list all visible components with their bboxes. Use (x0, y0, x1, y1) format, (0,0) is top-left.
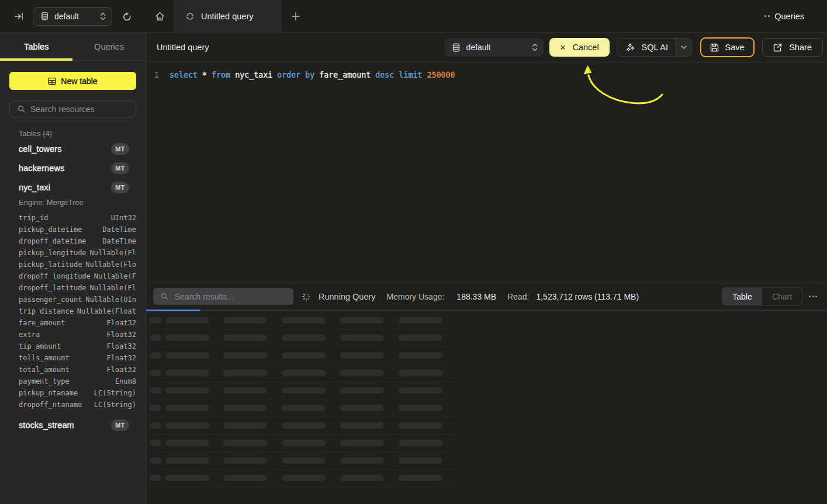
column-type: Nullable(Fl (90, 249, 136, 257)
skeleton-cell (282, 335, 326, 341)
queries-link[interactable]: Queries (774, 12, 804, 21)
new-table-button[interactable]: New table (9, 72, 136, 90)
home-button[interactable] (146, 0, 174, 33)
sql-ai-button[interactable]: SQL AI (617, 38, 692, 57)
skeleton-cell (399, 475, 442, 481)
dot (812, 296, 814, 297)
results-search-input[interactable]: Search results... (153, 288, 293, 305)
results-toolbar: Search results... Running Query Memory U… (146, 283, 827, 310)
new-table-label: New table (61, 77, 97, 86)
save-button[interactable]: Save (700, 37, 755, 57)
sidebar-tab-tables[interactable]: Tables (0, 33, 73, 60)
header-database-selector[interactable]: default (445, 38, 544, 57)
skeleton-cell (282, 317, 326, 324)
skeleton-cell (399, 370, 442, 376)
cancel-label: Cancel (572, 43, 598, 52)
column-name: extra (19, 331, 40, 339)
column-type: Nullable(UIn (85, 296, 136, 304)
table-row[interactable]: stocks_streamMT (19, 419, 129, 431)
skeleton-cell (150, 457, 161, 464)
view-toggle-chart[interactable]: Chart (762, 288, 802, 305)
editor-scroll-gutter (819, 62, 819, 283)
skeleton-row (146, 435, 827, 452)
skeleton-cell (165, 317, 209, 324)
column-name: dropoff_latitude (19, 284, 86, 292)
view-toggle-table[interactable]: Table (722, 288, 762, 305)
skeleton-cell (223, 387, 267, 394)
table-row[interactable]: cell_towersMT (19, 143, 129, 155)
more-options-button[interactable] (809, 296, 817, 297)
skeleton-cell (223, 440, 267, 446)
sql-token-plain (207, 71, 212, 79)
topbar-database-value: default (54, 12, 100, 21)
skeleton-cell (223, 370, 267, 376)
mergetree-badge: MT (111, 419, 129, 431)
column-row: pickup_longitudeNullable(Fl (19, 247, 136, 259)
skeleton-cell (150, 440, 161, 446)
column-row: fare_amountFloat32 (19, 317, 136, 329)
plus-icon (292, 12, 300, 20)
skeleton-cell (165, 387, 209, 394)
icon-shape (453, 44, 459, 49)
skeleton-cell (150, 352, 161, 359)
icon-shape (42, 12, 47, 15)
loading-skeleton (146, 312, 827, 504)
sql-code: select * from nyc_taxi order by fare_amo… (169, 71, 455, 79)
sql-token-num: 250000 (427, 71, 455, 79)
skeleton-cell (340, 317, 384, 324)
column-name: dropoff_datetime (19, 237, 86, 245)
skeleton-cell (340, 422, 384, 429)
query-title: Untitled query (157, 43, 209, 52)
skeleton-cell (165, 422, 209, 429)
skeleton-cell (150, 387, 161, 394)
table-icon (48, 77, 56, 85)
sidebar-search-input[interactable]: Search resources (9, 100, 136, 117)
topbar-database-selector[interactable]: default (33, 7, 112, 26)
collapse-sidebar-icon (15, 12, 23, 20)
column-row: dropoff_longitudeNullable(F (19, 270, 136, 282)
icon (625, 43, 635, 53)
sidebar-tab-queries[interactable]: Queries (73, 33, 146, 60)
skeleton-cell (340, 370, 384, 376)
query-header: Untitled query default (146, 33, 827, 62)
column-name: trip_distance (19, 307, 74, 315)
new-tab-button[interactable] (282, 0, 310, 33)
skeleton-cell (150, 370, 161, 376)
column-type: Float32 (106, 319, 136, 327)
table-row[interactable]: hackernewsMT (19, 162, 129, 174)
column-type: Float32 (106, 366, 136, 374)
header-database-value: default (466, 43, 532, 52)
share-label: Share (789, 43, 812, 52)
spinner-spoke (307, 293, 309, 296)
tab-label: Untitled query (201, 12, 253, 21)
skeleton-cell (165, 405, 209, 411)
skeleton-cell (399, 440, 442, 446)
spinner-spoke (307, 296, 310, 297)
skeleton-cell (165, 457, 209, 464)
column-type: LC(String) (94, 401, 136, 409)
icon-shape (681, 46, 686, 48)
column-type: LC(String) (94, 389, 136, 397)
row-separator (153, 486, 457, 487)
table-name: cell_towers (19, 144, 62, 154)
column-row: tip_amountFloat32 (19, 340, 136, 352)
column-row: pickup_latitudeNullable(Flo (19, 259, 136, 270)
skeleton-cell (223, 405, 267, 411)
sparkles-icon (625, 43, 635, 53)
icon (186, 12, 194, 20)
icon-shape (126, 12, 129, 15)
sql-editor[interactable]: 1 select * from nyc_taxi order by fare_a… (146, 62, 827, 283)
collapse-sidebar-button[interactable] (9, 7, 28, 26)
cancel-button[interactable]: ✕ Cancel (549, 38, 610, 57)
tab-untitled-query[interactable]: Untitled query (174, 0, 282, 33)
sql-ai-dropdown[interactable] (676, 39, 691, 56)
share-button[interactable]: Share (762, 38, 823, 57)
column-row: pickup_ntanameLC(String) (19, 387, 136, 399)
skeleton-row (146, 347, 827, 364)
skeleton-row (146, 417, 827, 435)
sql-ai-main[interactable]: SQL AI (617, 39, 676, 56)
table-row[interactable]: nyc_taxiMT (19, 182, 129, 193)
skeleton-cell (282, 422, 326, 429)
refresh-button[interactable] (117, 7, 136, 26)
icon-shape (778, 44, 781, 47)
